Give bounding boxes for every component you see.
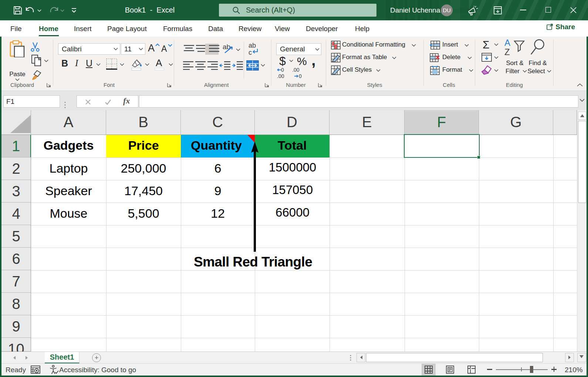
svg-text:.00: .00: [292, 67, 300, 73]
svg-text:c: c: [249, 49, 252, 56]
svg-text:0: 0: [299, 73, 302, 79]
svg-text:ab: ab: [249, 42, 256, 49]
svg-text:0: 0: [281, 67, 284, 73]
svg-text:.00: .00: [277, 73, 284, 79]
